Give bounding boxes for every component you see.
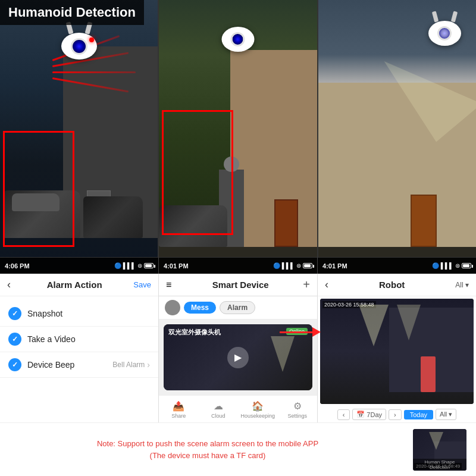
alarm-header: ‹ Alarm Action Save [0, 274, 158, 296]
filter-dropdown[interactable]: All ▾ [455, 281, 469, 289]
thumb-label: Human Shape Detection [413, 459, 466, 471]
play-button[interactable]: ▶ [227, 347, 249, 368]
camera-lens-mid [231, 32, 245, 46]
bt-icon-left: 🔵 [114, 262, 121, 269]
robot-title: Robot [328, 280, 455, 290]
robot-content: 2020-03-26 15:58:48 ‹ 📅 7Day [318, 296, 476, 422]
beep-label: Device Beep [27, 360, 112, 369]
back-button-alarm[interactable]: ‹ [7, 278, 11, 291]
laser-beam-3 [52, 71, 136, 73]
cam-mid-background [159, 0, 317, 274]
battery-icon-mid [303, 263, 312, 268]
date-label: 7Day [367, 411, 382, 418]
cam-right-background [318, 0, 476, 274]
beep-sub: Bell Alarm [112, 361, 145, 369]
camera-icon-small [165, 300, 180, 315]
today-button[interactable]: Today [404, 410, 433, 419]
battery-icon-left [144, 263, 154, 268]
save-button[interactable]: Save [133, 280, 151, 289]
note-row: Note: Support to push the scene alarm sc… [10, 429, 466, 471]
note-line2: (The device must have a TF card) [10, 450, 406, 462]
smart-header: ≡ Smart Device + [159, 274, 317, 296]
add-device-button[interactable]: + [303, 278, 310, 292]
settings-label: Settings [287, 413, 307, 419]
camera-panel-right [317, 0, 476, 274]
bar-housekeeping[interactable]: 🏠 Housekeeping [238, 398, 278, 421]
detection-box-mid [162, 110, 233, 235]
wifi-icon-right: ⊛ [455, 262, 460, 269]
bottom-section: ‹ Alarm Action Save Snapshot Take a Vide… [0, 274, 476, 476]
note-line1: Note: Support to push the scene alarm sc… [10, 438, 406, 450]
snapshot-check [8, 307, 21, 320]
video-label: Take a Video [27, 334, 150, 344]
icons-left: 🔵 ▌▌▌ ⊛ [114, 262, 154, 269]
title-text: Humanoid Detection [8, 5, 136, 20]
bar-settings[interactable]: ⚙ Settings [278, 398, 318, 421]
time-right: 4:01 PM [322, 262, 347, 270]
wifi-icon-left: ⊛ [137, 262, 142, 269]
camera-body-mid [221, 27, 254, 52]
share-icon: 📤 [173, 400, 184, 412]
camera-body-right [428, 21, 461, 46]
robot-cam-view: 2020-03-26 15:58:48 [320, 299, 474, 404]
camera-panel-mid [158, 0, 317, 274]
bar-cloud[interactable]: ☁ Cloud [199, 398, 239, 421]
alarm-options-list: Snapshot Take a Video Device Beep Bell A… [0, 296, 158, 383]
signal-icon-mid: ▌▌▌ [282, 262, 295, 269]
camera-device-left [58, 33, 100, 65]
house-label: Housekeeping [240, 413, 275, 419]
status-bar-left: 4:06 PM 🔵 ▌▌▌ ⊛ [0, 257, 158, 274]
status-bars-container: 4:06 PM 🔵 ▌▌▌ ⊛ 4:01 PM 🔵 ▌▌▌ ⊛ 4:01 [0, 257, 476, 274]
snapshot-label: Snapshot [27, 309, 150, 318]
red-arrow-container [280, 327, 321, 337]
device-name: 双光室外摄像头机 [168, 328, 221, 337]
robot-cam-bg: 2020-03-26 15:58:48 [320, 299, 474, 404]
beep-chevron: › [147, 360, 150, 369]
thumb-light [429, 432, 443, 450]
option-video[interactable]: Take a Video [0, 327, 158, 352]
status-bar-right: 4:01 PM 🔵 ▌▌▌ ⊛ [317, 257, 476, 274]
camera-red-light [89, 37, 94, 42]
panels-row: ‹ Alarm Action Save Snapshot Take a Vide… [0, 274, 476, 422]
thumbnail: 2020-03-26 15:58:49 Human Shape Detectio… [413, 429, 466, 471]
signal-icon-right: ▌▌▌ [441, 262, 453, 269]
tab-alarm[interactable]: Alarm [220, 301, 255, 314]
smart-menu-icon: ≡ [166, 280, 178, 290]
share-label: Share [171, 413, 186, 419]
smart-bottom-bar: 📤 Share ☁ Cloud 🏠 Housekeeping ⚙ Setting… [159, 395, 317, 422]
door-right [411, 195, 437, 247]
settings-icon: ⚙ [293, 400, 302, 412]
tab-mess[interactable]: Mess [184, 302, 216, 314]
room-light-2 [397, 305, 421, 340]
alarm-title: Alarm Action [15, 280, 133, 290]
next-page-btn[interactable]: › [389, 409, 402, 420]
battery-icon-right [462, 263, 471, 268]
beep-check [8, 358, 21, 371]
play-icon: ▶ [234, 352, 242, 363]
note-section: Note: Support to push the scene alarm sc… [0, 422, 476, 476]
laser-beam-4 [52, 77, 129, 93]
robot-pagination: ‹ 📅 7Day › Today All ▾ [318, 406, 476, 422]
cam-left-background [0, 0, 158, 274]
status-bar-mid: 4:01 PM 🔵 ▌▌▌ ⊛ [158, 257, 317, 274]
person-robot-cam [421, 356, 436, 392]
house-icon: 🏠 [252, 400, 264, 412]
option-snapshot[interactable]: Snapshot [0, 301, 158, 327]
car-left-2 [83, 196, 143, 238]
bar-share[interactable]: 📤 Share [159, 398, 199, 421]
door-mid [274, 199, 298, 247]
arrow-line [280, 331, 312, 333]
icons-mid: 🔵 ▌▌▌ ⊛ [273, 262, 312, 269]
video-check [8, 333, 21, 346]
option-beep[interactable]: Device Beep Bell Alarm › [0, 352, 158, 378]
prev-page-btn[interactable]: ‹ [337, 409, 350, 420]
all-filter[interactable]: All ▾ [436, 409, 456, 420]
icons-right: 🔵 ▌▌▌ ⊛ [432, 262, 471, 269]
note-texts: Note: Support to push the scene alarm sc… [10, 438, 406, 461]
laser-beams [35, 54, 124, 149]
time-left: 4:06 PM [5, 262, 30, 270]
cloud-icon: ☁ [214, 400, 223, 412]
camera-lens-right [437, 26, 452, 40]
arrow-head [312, 327, 321, 337]
time-mid: 4:01 PM [164, 262, 189, 270]
